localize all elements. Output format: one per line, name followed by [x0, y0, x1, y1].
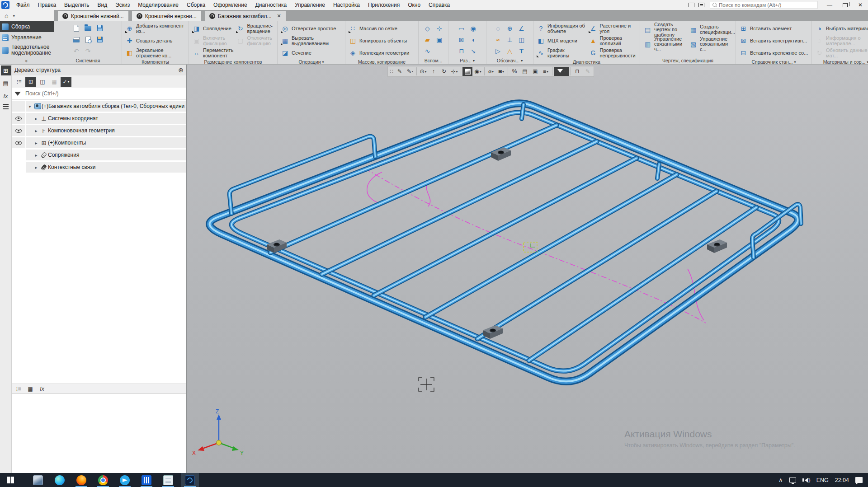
visibility-eye-icon[interactable]: [15, 129, 22, 133]
tree-row-components[interactable]: ▸ ⊞ (+)Компоненты: [12, 137, 186, 148]
leader-icon[interactable]: ≈: [493, 35, 504, 45]
menu-file[interactable]: Файл: [12, 0, 34, 10]
zoom-icon[interactable]: ⊙▾: [418, 67, 428, 76]
mirror-components-button[interactable]: ◧ Зеркальное отражение ко...: [124, 47, 186, 59]
taskbar-edge[interactable]: [51, 473, 69, 487]
select-material-button[interactable]: ◑ Выбрать материал...: [814, 23, 868, 35]
expander-icon[interactable]: ▸: [33, 165, 40, 170]
sketch-on-plane-icon[interactable]: ✎▪: [405, 67, 415, 76]
coordinate-icon[interactable]: ⊹▾: [449, 67, 459, 76]
menu-assembly[interactable]: Сборка: [183, 0, 209, 10]
screen-mode-icon[interactable]: [696, 1, 706, 9]
distance-angle-button[interactable]: ∠ Расстояние и угол: [588, 23, 637, 35]
slope-icon[interactable]: ⊥: [505, 35, 515, 45]
footer-grid-icon[interactable]: ▦: [25, 384, 35, 393]
simple-hole-button[interactable]: ◎ Отверстие простое: [280, 23, 343, 35]
layout-panels-icon[interactable]: [686, 1, 696, 9]
manage-linked-specs-button[interactable]: ▧ Управление связанными с...: [688, 37, 733, 52]
restore-button[interactable]: [837, 0, 853, 10]
create-part-button[interactable]: ✚ Создать деталь: [124, 35, 186, 47]
close-button[interactable]: ✕: [853, 0, 868, 10]
aux-plane-icon[interactable]: ◇: [422, 23, 433, 33]
menu-applications[interactable]: Приложения: [364, 0, 404, 10]
gear-icon[interactable]: ⊛: [178, 66, 184, 74]
hide-objects-icon[interactable]: ⌀▾: [486, 67, 496, 76]
menu-view[interactable]: Вид: [93, 0, 111, 10]
rotate-view-icon[interactable]: ↻: [439, 67, 449, 76]
3d-model-roof-rack[interactable]: Z X Y: [187, 65, 868, 473]
zoom-fit-icon[interactable]: ↑: [429, 67, 439, 76]
print-preview-icon[interactable]: [83, 35, 94, 45]
parameters-icon[interactable]: ▤: [1, 78, 11, 88]
tree-structure-view-icon[interactable]: ⊞: [25, 77, 36, 87]
mode-tab-management[interactable]: Управление: [0, 32, 54, 43]
shaded-view-icon[interactable]: [462, 67, 472, 76]
taskbar-firefox[interactable]: [72, 473, 90, 487]
copy-objects-button[interactable]: ◫ Копировать объекты: [348, 35, 410, 47]
expander-icon[interactable]: ▸: [33, 153, 40, 158]
taskbar-chrome[interactable]: [94, 473, 112, 487]
axis-mark-icon[interactable]: ⊕: [505, 23, 515, 33]
tree-search-input[interactable]: [24, 88, 186, 99]
expander-open-icon[interactable]: ▾: [26, 104, 33, 109]
aux-cs-icon[interactable]: ⊹: [434, 23, 445, 33]
sketch-icon[interactable]: ✎: [395, 67, 405, 76]
new-document-icon[interactable]: [71, 23, 82, 33]
taskbar-kompas-active[interactable]: [181, 473, 199, 487]
menu-settings[interactable]: Настройка: [329, 0, 364, 10]
open-document-icon[interactable]: [83, 23, 94, 33]
expander-icon[interactable]: ▸: [33, 116, 40, 121]
geometry-collection-button[interactable]: ◈ Коллекция геометрии: [348, 47, 410, 59]
section-button[interactable]: ◪ Сечение: [280, 47, 343, 59]
command-search-input[interactable]: [717, 2, 817, 8]
tree-search[interactable]: [12, 88, 186, 100]
doc-tab-roof-rack-active[interactable]: Багажник автомбил... ✕: [205, 11, 286, 21]
language-indicator[interactable]: ENG: [816, 477, 829, 483]
dropdown-arrow-icon[interactable]: ▾: [521, 59, 523, 63]
ribbon-collapse-icon[interactable]: »: [0, 57, 54, 64]
break-view-icon[interactable]: ⊠: [456, 35, 467, 45]
dropdown-arrow-icon[interactable]: ▾: [473, 59, 475, 63]
save-icon[interactable]: [94, 23, 105, 33]
tree-row-coordinate-systems[interactable]: ▸ ⊥ Системы координат: [12, 113, 186, 124]
tree-row-mates[interactable]: ▸ Сопряжения: [12, 150, 186, 160]
insert-fastener-button[interactable]: ⊟ Вставить крепежное со...: [738, 47, 809, 59]
clip-split-icon[interactable]: %: [509, 67, 519, 76]
menu-diagnostics[interactable]: Диагностика: [251, 0, 291, 10]
tree-row-context-links[interactable]: ▸ Контекстные связи: [12, 162, 186, 173]
tree-numbered-icon[interactable]: ⁝≡: [14, 77, 24, 87]
collision-check-button[interactable]: ▲ Проверка коллизий: [588, 35, 637, 47]
expander-icon[interactable]: ▸: [33, 140, 40, 145]
bend-view-icon[interactable]: ↘: [468, 46, 479, 56]
coincident-mate-button[interactable]: ◨ Совпадение: [191, 23, 234, 35]
taskbar-telegram[interactable]: [116, 473, 134, 487]
menu-select[interactable]: Выделить: [60, 0, 93, 10]
footer-tree-icon[interactable]: ⁝≡: [14, 384, 24, 393]
taskbar-reader[interactable]: [137, 473, 156, 487]
view-filter-icon[interactable]: ▾: [554, 67, 569, 76]
tray-chevron-icon[interactable]: ∧: [778, 477, 783, 483]
mass-properties-button[interactable]: ◧ МЦХ модели: [536, 35, 587, 47]
insert-element-button[interactable]: ⊞ Вставить элемент: [738, 23, 809, 35]
section-view-icon[interactable]: ▭: [456, 23, 467, 33]
menu-edit[interactable]: Правка: [34, 0, 61, 10]
dropdown-arrow-icon[interactable]: ▾: [794, 60, 796, 64]
expander-icon[interactable]: ▸: [33, 128, 40, 133]
structure-tree-icon[interactable]: ⊞: [1, 66, 11, 75]
notebook-icon[interactable]: ▤: [520, 67, 530, 76]
hole-mark-icon[interactable]: ◌: [493, 23, 504, 33]
removed-view-icon[interactable]: ◖: [468, 35, 479, 45]
manage-linked-drawings-button[interactable]: ▥ Управление связанными ч...: [642, 37, 687, 52]
network-icon[interactable]: [789, 478, 796, 482]
measure-icon[interactable]: ⊓: [572, 67, 582, 76]
tree-row-layout-geometry[interactable]: ▸ ⊦ Компоновочная геометрия: [12, 125, 186, 136]
start-button[interactable]: [0, 473, 21, 487]
object-info-button[interactable]: ? Информация об объекте: [536, 23, 587, 35]
snapshot-icon[interactable]: ◙▾: [496, 67, 506, 76]
menu-help[interactable]: Справка: [425, 0, 454, 10]
print-icon[interactable]: [71, 35, 82, 45]
flag-icon[interactable]: ▷: [493, 46, 504, 56]
create-specification-button[interactable]: ▦ Создать спецификаци...: [688, 23, 733, 37]
tree-filter-list-icon[interactable]: ✓▾: [61, 77, 71, 87]
tolerance-icon[interactable]: △: [505, 46, 515, 56]
